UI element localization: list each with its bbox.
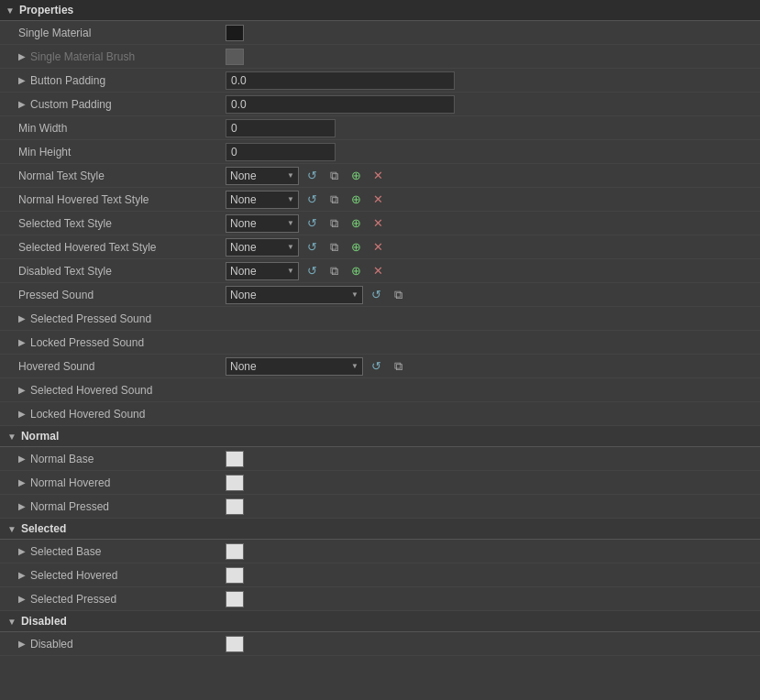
properties-collapse-arrow[interactable]: ▼	[6, 5, 15, 16]
min-height-input[interactable]	[226, 143, 336, 161]
single-material-brush-swatch[interactable]	[226, 49, 244, 65]
selected-base-label: ▶ Selected Base	[0, 542, 220, 561]
selected-pressed-arrow[interactable]: ▶	[18, 594, 26, 604]
normal-text-style-value: None ↺ ⧉ ⊕ ✕	[220, 165, 760, 187]
disabled-arrow[interactable]: ▶	[18, 639, 26, 649]
locked-hovered-sound-label: ▶ Locked Hovered Sound	[0, 405, 220, 423]
normal-section-header[interactable]: ▼ Normal	[0, 426, 760, 447]
hovered-sound-dropdown[interactable]: None	[226, 357, 363, 376]
disabled-text-style-add-btn[interactable]: ⊕	[347, 262, 365, 280]
min-width-input[interactable]	[226, 119, 336, 137]
selected-hovered-sound-arrow[interactable]: ▶	[18, 385, 26, 395]
selected-hovered-value	[220, 565, 760, 585]
selected-section-arrow[interactable]: ▼	[7, 524, 17, 534]
normal-text-style-add-btn[interactable]: ⊕	[347, 167, 365, 185]
normal-hovered-text-style-value: None ↺ ⧉ ⊕ ✕	[220, 189, 760, 211]
normal-text-style-delete-btn[interactable]: ✕	[369, 167, 387, 185]
normal-hovered-text-style-dropdown[interactable]: None	[226, 191, 299, 209]
selected-text-style-copy-btn[interactable]: ⧉	[325, 214, 343, 233]
selected-text-style-dropdown[interactable]: None	[226, 214, 299, 233]
custom-padding-row: ▶ Custom Padding	[0, 93, 760, 116]
locked-pressed-sound-label: ▶ Locked Pressed Sound	[0, 334, 220, 352]
hovered-sound-refresh-btn[interactable]: ↺	[367, 357, 385, 376]
button-padding-value	[220, 70, 760, 92]
normal-hovered-label: ▶ Normal Hovered	[0, 474, 220, 492]
single-material-row: Single Material	[0, 21, 760, 45]
normal-hovered-text-style-dropdown-wrapper: None	[226, 191, 299, 209]
disabled-swatch[interactable]	[226, 636, 244, 652]
properties-title: Properties	[19, 4, 73, 16]
normal-section-arrow[interactable]: ▼	[7, 432, 17, 442]
custom-padding-value	[220, 93, 760, 115]
custom-padding-label: ▶ Custom Padding	[0, 95, 220, 114]
selected-base-swatch[interactable]	[226, 543, 244, 560]
locked-pressed-sound-value	[220, 341, 760, 345]
selected-hovered-text-style-copy-btn[interactable]: ⧉	[325, 238, 343, 257]
normal-base-row: ▶ Normal Base	[0, 447, 760, 471]
disabled-text-style-row: Disabled Text Style None ↺ ⧉ ⊕ ✕	[0, 259, 760, 283]
normal-text-style-refresh-btn[interactable]: ↺	[303, 167, 321, 185]
properties-header: ▼ Properties	[0, 0, 760, 21]
normal-hovered-text-style-delete-btn[interactable]: ✕	[369, 191, 387, 209]
selected-pressed-sound-arrow[interactable]: ▶	[18, 313, 26, 323]
selected-text-style-row: Selected Text Style None ↺ ⧉ ⊕ ✕	[0, 212, 760, 235]
selected-text-style-refresh-btn[interactable]: ↺	[303, 214, 321, 233]
disabled-text-style-dropdown[interactable]: None	[226, 262, 299, 280]
selected-hovered-text-style-delete-btn[interactable]: ✕	[369, 238, 387, 257]
disabled-section-header[interactable]: ▼ Disabled	[0, 611, 760, 632]
single-material-swatch[interactable]	[226, 25, 244, 41]
selected-section-header[interactable]: ▼ Selected	[0, 519, 760, 540]
normal-hovered-text-style-copy-btn[interactable]: ⧉	[325, 191, 343, 209]
disabled-text-style-copy-btn[interactable]: ⧉	[325, 262, 343, 280]
pressed-sound-refresh-btn[interactable]: ↺	[367, 286, 385, 304]
disabled-value	[220, 634, 760, 654]
normal-hovered-text-style-add-btn[interactable]: ⊕	[347, 191, 365, 209]
normal-text-style-dropdown[interactable]: None	[226, 167, 299, 185]
selected-text-style-add-btn[interactable]: ⊕	[347, 214, 365, 233]
normal-base-label: ▶ Normal Base	[0, 450, 220, 468]
normal-base-arrow[interactable]: ▶	[18, 454, 26, 464]
hovered-sound-row: Hovered Sound None ↺ ⧉	[0, 355, 760, 378]
disabled-text-style-delete-btn[interactable]: ✕	[369, 262, 387, 280]
pressed-sound-copy-btn[interactable]: ⧉	[389, 286, 407, 304]
selected-hovered-text-style-dropdown[interactable]: None	[226, 238, 299, 257]
selected-hovered-swatch[interactable]	[226, 567, 244, 584]
custom-padding-arrow[interactable]: ▶	[18, 99, 26, 109]
selected-pressed-label: ▶ Selected Pressed	[0, 590, 220, 608]
normal-base-swatch[interactable]	[226, 451, 244, 467]
single-material-brush-arrow[interactable]: ▶	[18, 51, 26, 61]
selected-pressed-swatch[interactable]	[226, 591, 244, 607]
disabled-text-style-value: None ↺ ⧉ ⊕ ✕	[220, 260, 760, 282]
normal-pressed-swatch[interactable]	[226, 498, 244, 515]
selected-hovered-text-style-refresh-btn[interactable]: ↺	[303, 238, 321, 257]
pressed-sound-dropdown[interactable]: None	[226, 286, 363, 304]
selected-hovered-arrow[interactable]: ▶	[18, 570, 26, 580]
normal-text-style-label: Normal Text Style	[0, 167, 220, 185]
pressed-sound-value: None ↺ ⧉	[220, 284, 760, 306]
disabled-text-style-label: Disabled Text Style	[0, 262, 220, 280]
selected-hovered-sound-label: ▶ Selected Hovered Sound	[0, 381, 220, 399]
locked-hovered-sound-arrow[interactable]: ▶	[18, 409, 26, 419]
disabled-text-style-refresh-btn[interactable]: ↺	[303, 262, 321, 280]
normal-hovered-text-style-refresh-btn[interactable]: ↺	[303, 191, 321, 209]
hovered-sound-label: Hovered Sound	[0, 357, 220, 376]
hovered-sound-copy-btn[interactable]: ⧉	[389, 357, 407, 376]
button-padding-arrow[interactable]: ▶	[18, 75, 26, 85]
selected-text-style-value: None ↺ ⧉ ⊕ ✕	[220, 213, 760, 235]
selected-pressed-sound-value	[220, 317, 760, 321]
normal-hovered-arrow[interactable]: ▶	[18, 477, 26, 487]
single-material-label: Single Material	[0, 24, 220, 42]
selected-text-style-delete-btn[interactable]: ✕	[369, 214, 387, 233]
locked-pressed-sound-arrow[interactable]: ▶	[18, 337, 26, 347]
selected-base-arrow[interactable]: ▶	[18, 546, 26, 556]
selected-pressed-sound-row: ▶ Selected Pressed Sound	[0, 307, 760, 331]
normal-text-style-copy-btn[interactable]: ⧉	[325, 167, 343, 185]
min-width-label: Min Width	[0, 119, 220, 137]
selected-hovered-text-style-add-btn[interactable]: ⊕	[347, 238, 365, 257]
normal-pressed-arrow[interactable]: ▶	[18, 501, 26, 511]
normal-hovered-swatch[interactable]	[226, 475, 244, 491]
disabled-section-arrow[interactable]: ▼	[7, 617, 17, 627]
button-padding-input[interactable]	[226, 71, 455, 90]
disabled-row: ▶ Disabled	[0, 632, 760, 656]
custom-padding-input[interactable]	[226, 95, 455, 114]
